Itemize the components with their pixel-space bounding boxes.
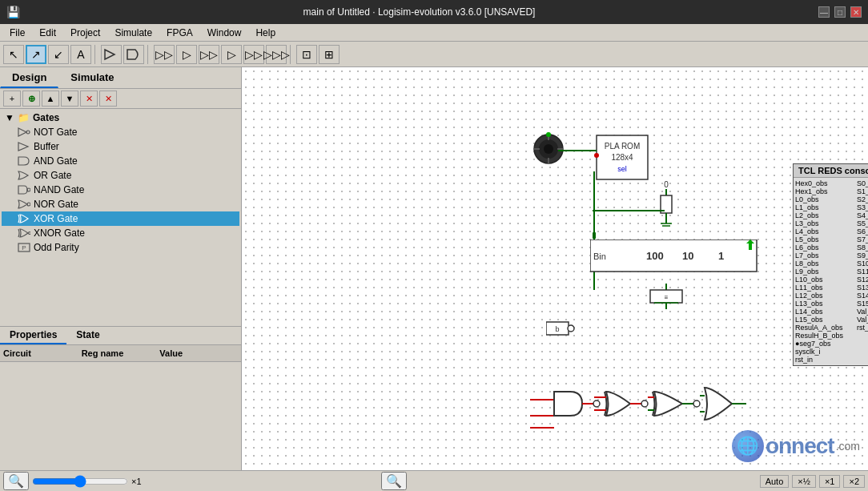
close-button[interactable]: ✕ bbox=[850, 6, 862, 18]
svg-rect-34 bbox=[590, 239, 757, 272]
watermark-text: onnect bbox=[766, 433, 834, 459]
not-gate-icon bbox=[18, 127, 30, 137]
bin-display[interactable]: Bin 100 10 1 bbox=[590, 239, 758, 282]
svg-text:1: 1 bbox=[718, 250, 724, 262]
tree-item-or-gate[interactable]: OR Gate bbox=[2, 168, 239, 183]
menu-item-simulate[interactable]: Simulate bbox=[108, 26, 159, 40]
tab-simulate[interactable]: Simulate bbox=[58, 67, 126, 88]
tree-item-not-gate[interactable]: NOT Gate bbox=[2, 125, 239, 139]
toolbar-sim1[interactable]: ▷▷ bbox=[154, 45, 175, 64]
zoom-2x-button[interactable]: ×2 bbox=[843, 475, 865, 488]
toolbar-sim3[interactable]: ▷▷ bbox=[199, 45, 219, 64]
panel-up-button[interactable]: ▲ bbox=[42, 91, 59, 107]
tree-item-and-gate[interactable]: AND Gate bbox=[2, 154, 239, 168]
toolbar-pointer[interactable]: ↖ bbox=[3, 45, 24, 64]
tree-group-gates[interactable]: ▼ 📁 Gates bbox=[2, 111, 239, 125]
tcl-console[interactable]: TCL REDS console Hex0_obsS0_sti Hex1_obs… bbox=[793, 163, 868, 366]
svg-text:Bin: Bin bbox=[593, 252, 606, 261]
or-gate-label: OR Gate bbox=[34, 170, 71, 181]
maximize-button[interactable]: □ bbox=[834, 6, 846, 18]
wire-h1 bbox=[593, 203, 666, 215]
and-gate-icon bbox=[18, 156, 30, 166]
svg-point-16 bbox=[544, 144, 553, 154]
menu-item-fpga[interactable]: FPGA bbox=[160, 26, 199, 40]
gate-icon bbox=[103, 48, 119, 61]
tree-item-xnor-gate[interactable]: XNOR Gate bbox=[2, 226, 239, 240]
small-circle-svg: b bbox=[546, 316, 578, 340]
xor-gate-label: XOR Gate bbox=[34, 213, 78, 224]
panel-down-button[interactable]: ▼ bbox=[61, 91, 78, 107]
svg-point-48 bbox=[568, 325, 574, 332]
nand-gate-icon bbox=[18, 185, 30, 195]
prop-tab-state[interactable]: State bbox=[66, 327, 109, 344]
zoom-in-button[interactable]: 🔍 bbox=[381, 472, 407, 490]
toolbar-sim5[interactable]: ▷▷ bbox=[243, 45, 264, 64]
odd-parity-label: Odd Parity bbox=[34, 242, 79, 253]
toolbar-select[interactable]: ↗ bbox=[26, 45, 46, 64]
toolbar-text[interactable]: A bbox=[70, 45, 91, 64]
toolbar-sep3 bbox=[290, 45, 293, 64]
svg-marker-0 bbox=[105, 50, 115, 59]
sub-comp-svg: ≡ bbox=[646, 284, 686, 312]
odd-parity-icon: P bbox=[18, 243, 30, 252]
gate-icon bbox=[126, 48, 142, 61]
nand-gate-label: NAND Gate bbox=[34, 184, 84, 195]
titlebar-title: main of Untitled · Logisim-evolution v3.… bbox=[20, 6, 818, 18]
toolbar-sep2 bbox=[147, 45, 151, 64]
panel-remove2-button[interactable]: ✕ bbox=[99, 91, 117, 107]
menu-item-window[interactable]: Window bbox=[201, 26, 248, 40]
tree-item-nor-gate[interactable]: NOR Gate bbox=[2, 197, 239, 211]
zoom-slider-container: ×1 bbox=[32, 475, 378, 488]
pla-rom[interactable]: PLA ROM 128x4 sel bbox=[593, 131, 657, 190]
tree-folder-icon: 📁 bbox=[18, 112, 30, 123]
small-circle-comp[interactable]: b bbox=[546, 316, 578, 342]
minimize-button[interactable]: — bbox=[818, 6, 830, 18]
panel-add-button[interactable]: + bbox=[3, 91, 21, 107]
menu-item-file[interactable]: File bbox=[3, 26, 31, 40]
wire-svg bbox=[558, 149, 598, 152]
panel-add-circuit-button[interactable]: ⊕ bbox=[22, 91, 40, 107]
wire-clock-pla bbox=[558, 143, 598, 155]
svg-text:PLA ROM: PLA ROM bbox=[605, 142, 640, 151]
tree-item-odd-parity[interactable]: P Odd Parity bbox=[2, 240, 239, 255]
menu-item-edit[interactable]: Edit bbox=[33, 26, 62, 40]
toolbar-sim6[interactable]: ▷▷▷ bbox=[266, 45, 287, 64]
tree-item-xor-gate[interactable]: XOR Gate bbox=[2, 211, 239, 226]
buffer-label: Buffer bbox=[34, 141, 59, 152]
svg-text:≡: ≡ bbox=[665, 294, 669, 301]
toolbar-layout2[interactable]: ⊞ bbox=[319, 45, 340, 64]
titlebar-controls: — □ ✕ bbox=[818, 6, 862, 18]
svg-point-5 bbox=[27, 203, 30, 206]
nor-gate-label: NOR Gate bbox=[34, 199, 78, 210]
zoom-out-button[interactable]: 🔍 bbox=[3, 472, 29, 490]
tab-design[interactable]: Design bbox=[0, 67, 58, 88]
prop-tabs: Properties State bbox=[0, 327, 241, 345]
watermark-com: .com bbox=[836, 440, 860, 453]
tree-item-buffer[interactable]: Buffer bbox=[2, 139, 239, 154]
zoom-auto-button[interactable]: Auto bbox=[760, 475, 790, 488]
toolbar-layout1[interactable]: ⊡ bbox=[296, 45, 317, 64]
sub-component[interactable]: ≡ bbox=[646, 284, 686, 314]
toolbar-sim2[interactable]: ▷ bbox=[176, 45, 197, 64]
panel-toolbar: + ⊕ ▲ ▼ ✕ ✕ bbox=[0, 89, 241, 109]
tree-item-nand-gate[interactable]: NAND Gate bbox=[2, 183, 239, 197]
toolbar-sep1 bbox=[94, 45, 98, 64]
zoom-1x-button[interactable]: ×1 bbox=[819, 475, 841, 488]
toolbar-sim4[interactable]: ▷ bbox=[221, 45, 242, 64]
panel-remove-button[interactable]: ✕ bbox=[80, 91, 98, 107]
canvas-area[interactable]: PLA ROM 128x4 sel bbox=[242, 67, 868, 470]
toolbar-gate1[interactable] bbox=[101, 45, 122, 64]
zoom-half-button[interactable]: ×½ bbox=[792, 475, 816, 488]
toolbar-curve[interactable]: ↙ bbox=[48, 45, 69, 64]
menu-item-help[interactable]: Help bbox=[249, 26, 282, 40]
titlebar-icon: 💾 bbox=[6, 6, 20, 18]
svg-text:0: 0 bbox=[664, 180, 669, 189]
or-gate-icon bbox=[18, 171, 30, 180]
menu-item-project[interactable]: Project bbox=[64, 26, 106, 40]
toolbar-gate2[interactable] bbox=[123, 45, 144, 64]
pla-rom-svg: PLA ROM 128x4 sel bbox=[593, 131, 657, 187]
prop-tab-properties[interactable]: Properties bbox=[0, 327, 66, 344]
zoom-slider[interactable] bbox=[32, 475, 128, 488]
menubar: FileEditProjectSimulateFPGAWindowHelp bbox=[0, 24, 868, 42]
prop-header: Circuit Reg name Value bbox=[0, 345, 241, 362]
